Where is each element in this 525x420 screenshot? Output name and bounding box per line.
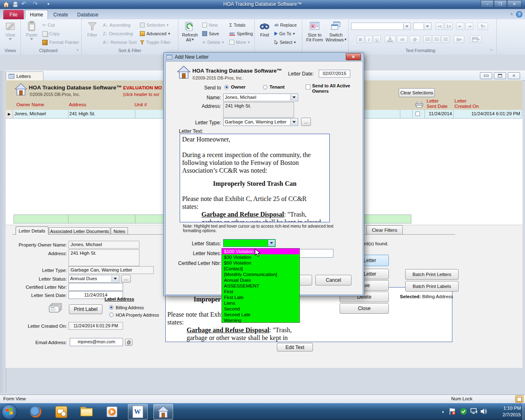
status-option-first-late[interactable]: First Late: [222, 294, 299, 300]
taskbar-firefox-icon[interactable]: [27, 405, 44, 419]
checkbox-send-all[interactable]: [306, 84, 310, 89]
status-option-first[interactable]: First: [222, 289, 299, 294]
print-label-button[interactable]: Print Label: [69, 304, 103, 314]
qat-save-button[interactable]: [12, 1, 19, 8]
doc-restore-button[interactable]: [494, 72, 506, 79]
tray-sync-icon[interactable]: [459, 407, 468, 415]
status-option-second-late[interactable]: Second Late: [222, 312, 299, 317]
radio-hoa-property-address[interactable]: [109, 313, 114, 317]
doc-close-button[interactable]: ✕: [508, 72, 520, 79]
qat-undo-button[interactable]: ↶: [21, 0, 30, 8]
letter-status-combo[interactable]: [223, 239, 276, 247]
col-created-on[interactable]: LetterCreated On: [454, 98, 479, 109]
letter-type-dropdown-icon[interactable]: [290, 119, 297, 125]
clear-filters-button[interactable]: Clear Filters: [366, 225, 403, 235]
field-certified-nbr[interactable]: [68, 283, 123, 291]
radio-tenant[interactable]: [263, 85, 267, 89]
clear-selections-button[interactable]: Clear Selections: [399, 88, 435, 97]
qat-redo-button[interactable]: ↷: [33, 0, 41, 8]
details-letter-status-combo[interactable]: Annual Dues: [68, 275, 119, 283]
taskbar-word-button[interactable]: W: [128, 404, 148, 420]
paragraph-marks-button[interactable]: ¶▾: [477, 23, 488, 30]
close-window-button[interactable]: ✕: [507, 0, 522, 8]
taskbar-outlook-icon[interactable]: [52, 405, 70, 419]
show-desktop-button[interactable]: [523, 403, 525, 420]
radio-billing-address[interactable]: [109, 305, 114, 310]
goto-button[interactable]: Go To ▾: [274, 30, 295, 37]
spelling-button[interactable]: ABC Spelling: [229, 30, 253, 37]
font-size-combo[interactable]: [413, 23, 431, 30]
help-button[interactable]: ?: [516, 11, 523, 18]
tray-expand-button[interactable]: ▲: [440, 409, 446, 415]
batch-print-labels-button[interactable]: Batch Print Labels: [405, 281, 459, 292]
align-right-button[interactable]: [441, 36, 450, 43]
sort-descending-button[interactable]: Z↓ Descending: [103, 30, 133, 37]
dialog-title-bar[interactable]: Add New Letter ✕: [164, 52, 364, 61]
refresh-all-button[interactable]: Refresh All▾: [181, 21, 199, 47]
tab-home[interactable]: Home: [25, 10, 48, 19]
status-option-warning[interactable]: Warning: [222, 317, 299, 323]
edit-text-button[interactable]: Edit Text: [277, 343, 313, 352]
dialog-cancel-button[interactable]: Cancel: [315, 275, 352, 285]
alternate-row-color-button[interactable]: ▾: [470, 36, 482, 43]
field-dialog-address[interactable]: 241 High St.: [223, 102, 294, 118]
tray-clock[interactable]: 1:10 PM 2/7/2015: [491, 405, 521, 418]
field-letter-date[interactable]: 02/07/2015: [319, 70, 350, 78]
details-status-dropdown-icon[interactable]: [112, 276, 119, 282]
tray-network-icon[interactable]: [470, 408, 478, 415]
details-status-builder-button[interactable]: ...: [121, 275, 131, 283]
maximize-restore-button[interactable]: ❐: [494, 0, 507, 8]
tab-notes[interactable]: Notes: [111, 227, 128, 235]
tray-volume-icon[interactable]: [480, 408, 488, 415]
letter-status-dropdown-icon[interactable]: [268, 240, 275, 246]
cell-address[interactable]: 241 High St.: [69, 111, 95, 116]
batch-print-letters-button[interactable]: Batch Print Letters: [405, 269, 459, 280]
font-size-dropdown-icon[interactable]: [424, 23, 431, 29]
status-option-monthly-communication[interactable]: [Monthly Communication]: [222, 272, 299, 277]
paste-button[interactable]: Paste: [24, 21, 39, 47]
gridlines-button[interactable]: ⊞▾: [454, 36, 464, 43]
find-button[interactable]: Find: [257, 21, 272, 47]
row-print-checkbox[interactable]: [415, 112, 420, 116]
fill-color-button[interactable]: [409, 36, 420, 43]
status-option-liens[interactable]: Liens: [222, 300, 299, 306]
remove-sort-button[interactable]: A⃠ Remove Sort: [103, 39, 137, 46]
underline-button[interactable]: U: [373, 36, 381, 43]
tab-file[interactable]: File: [3, 10, 24, 19]
letter-text-area[interactable]: Dear Homeowner, During a recent inspecti…: [180, 134, 330, 222]
numbering-button[interactable]: 1≡: [445, 23, 453, 30]
align-left-button[interactable]: [423, 36, 431, 43]
row-selector[interactable]: ▶: [6, 110, 13, 118]
filter-button[interactable]: Filter: [85, 21, 100, 47]
status-option-50-violation[interactable]: $50 Violation: [222, 260, 299, 266]
cell-owner[interactable]: Jones, Michael: [14, 111, 46, 116]
taskbar-hoa-app-button[interactable]: [153, 404, 173, 420]
text-formatting-dialog-launcher[interactable]: ↘: [490, 48, 494, 52]
letter-type-builder-button[interactable]: ...: [301, 118, 311, 126]
qat-customize-button[interactable]: ▾: [45, 2, 51, 7]
font-family-dropdown-icon[interactable]: [403, 23, 410, 29]
cell-sent-date[interactable]: 11/24/2014: [426, 111, 452, 116]
start-button[interactable]: [2, 404, 17, 420]
col-owner-name[interactable]: Owner Name: [16, 102, 44, 107]
col-address[interactable]: Address: [69, 102, 86, 107]
form-view-mode-button[interactable]: [515, 395, 523, 403]
bullets-button[interactable]: •≡: [436, 23, 444, 30]
radio-owner[interactable]: [224, 85, 229, 89]
minimize-button[interactable]: –: [481, 0, 494, 8]
delete-record-button[interactable]: ✕ Delete ▾: [202, 39, 224, 46]
taskbar-media-player-icon[interactable]: [103, 405, 121, 419]
sort-ascending-button[interactable]: A↓ Ascending: [103, 21, 130, 29]
more-records-button[interactable]: More ▾: [229, 39, 250, 46]
email-button[interactable]: @: [125, 339, 132, 346]
letter-status-dropdown-list[interactable]: $100 Violation $30 Violation $50 Violati…: [221, 248, 300, 323]
copy-button[interactable]: Copy: [42, 30, 60, 37]
replace-button[interactable]: ab Replace: [274, 21, 297, 29]
tab-create[interactable]: Create: [49, 10, 73, 19]
status-option-contact[interactable]: [Contact]: [222, 266, 299, 272]
size-to-fit-form-button[interactable]: Size to Fit Form: [304, 21, 325, 47]
align-center-button[interactable]: [432, 36, 441, 43]
dialog-close-button[interactable]: ✕: [346, 53, 361, 60]
doc-minimize-button[interactable]: [480, 72, 492, 79]
toggle-filter-button[interactable]: Toggle Filter: [140, 39, 171, 46]
